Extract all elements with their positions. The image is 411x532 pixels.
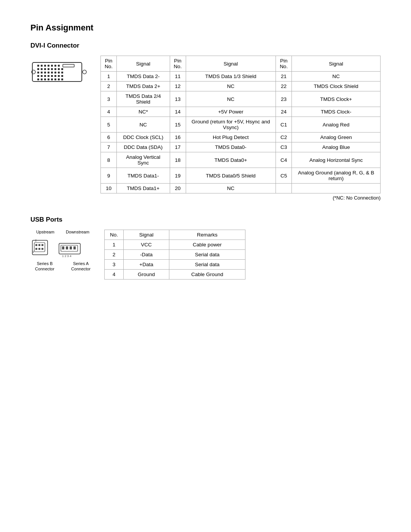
dvi-pin1: 1 [101, 72, 117, 81]
usb-remarks: Cable power [169, 240, 245, 250]
dvi-sig2: NC [186, 91, 276, 107]
usb-signal: Ground [124, 270, 169, 280]
usb-table-row: 4GroundCable Ground [105, 270, 245, 280]
svg-rect-57 [70, 246, 72, 249]
dvi-table-container: PinNo. Signal PinNo. Signal PinNo. Signa… [100, 56, 381, 201]
dvi-pin-table: PinNo. Signal PinNo. Signal PinNo. Signa… [100, 56, 381, 193]
dvi-sig3: NC [292, 72, 381, 81]
svg-rect-12 [41, 68, 43, 70]
dvi-table-row: 10TMDS Data1+20NC [101, 184, 381, 193]
svg-rect-24 [54, 72, 56, 73]
svg-rect-49 [41, 244, 43, 246]
dvi-pin1: 4 [101, 107, 117, 117]
dvi-table-row: 8Analog Vertical Sync18TMDS Data0+C4Anal… [101, 152, 381, 168]
usb-col-signal-header: Signal [124, 230, 169, 240]
dvi-pin3 [276, 184, 292, 193]
dvi-table-header: PinNo. Signal PinNo. Signal PinNo. Signa… [101, 56, 381, 72]
svg-rect-35 [37, 78, 39, 80]
dvi-pin3: 22 [276, 81, 292, 91]
dvi-sig2: +5V Power [186, 107, 276, 117]
svg-rect-15 [51, 68, 53, 70]
usb-no: 1 [105, 240, 124, 250]
svg-rect-16 [54, 68, 56, 70]
svg-rect-32 [54, 75, 56, 77]
dvi-sig1: NC* [117, 107, 170, 117]
svg-rect-40 [54, 78, 56, 80]
dvi-pin2: 16 [170, 133, 186, 142]
dvi-sig1: TMDS Data1- [117, 168, 170, 184]
dvi-heading: DVI-I Connector [30, 42, 381, 50]
dvi-pin2: 20 [170, 184, 186, 193]
svg-rect-56 [66, 246, 68, 249]
svg-rect-31 [51, 75, 53, 77]
dvi-pin1: 9 [101, 168, 117, 184]
svg-rect-11 [37, 68, 39, 70]
dvi-sig2: NC [186, 81, 276, 91]
svg-rect-41 [58, 78, 60, 80]
svg-rect-37 [44, 78, 46, 80]
dvi-pin3: C4 [276, 152, 292, 168]
dvi-sig3: Analog Green [292, 133, 381, 142]
svg-rect-27 [37, 75, 39, 77]
svg-rect-18 [61, 68, 63, 70]
usb-remarks: Cable Ground [169, 270, 245, 280]
svg-rect-48 [38, 244, 40, 246]
dvi-pin2: 18 [170, 152, 186, 168]
dvi-sig1: DDC Data (SDA) [117, 142, 170, 152]
svg-rect-23 [51, 72, 53, 73]
dvi-connector-diagram [30, 59, 91, 87]
svg-rect-34 [61, 75, 63, 77]
svg-rect-22 [48, 72, 49, 73]
svg-rect-29 [44, 75, 46, 77]
dvi-pin1: 2 [101, 81, 117, 91]
usb-no: 4 [105, 270, 124, 280]
dvi-pin2: 11 [170, 72, 186, 81]
svg-rect-14 [48, 68, 49, 70]
svg-point-2 [83, 70, 86, 74]
dvi-table-row: 9TMDS Data1-19TMDS Data0/5 ShieldC5Analo… [101, 168, 381, 184]
nc-note: (*NC: No Connection) [100, 195, 381, 201]
series-a-label: Series AConnector [71, 261, 91, 271]
svg-rect-30 [48, 75, 49, 77]
svg-rect-36 [41, 78, 43, 80]
dvi-table-row: 4NC*14+5V Power24TMDS Clock- [101, 107, 381, 117]
dvi-pin1: 5 [101, 117, 117, 133]
usb-heading: USB Ports [30, 216, 381, 224]
dvi-sig2: TMDS Data0/5 Shield [186, 168, 276, 184]
dvi-sig2: TMDS Data 1/3 Shield [186, 72, 276, 81]
usb-signal: -Data [124, 250, 169, 260]
svg-rect-50 [35, 248, 37, 250]
svg-rect-38 [48, 78, 49, 80]
usb-signal: +Data [124, 260, 169, 270]
series-b-svg: 2 3 [30, 236, 53, 259]
dvi-sig1: DDC Clock (SCL) [117, 133, 170, 142]
dvi-sig1: NC [117, 117, 170, 133]
usb-table-row: 2-DataSerial data [105, 250, 245, 260]
dvi-sig3: Analog Blue [292, 142, 381, 152]
col-pin3-header: PinNo. [276, 56, 292, 72]
dvi-pin2: 15 [170, 117, 186, 133]
dvi-pin3: C5 [276, 168, 292, 184]
dvi-sig3: TMDS Clock- [292, 107, 381, 117]
dvi-pin3: C3 [276, 142, 292, 152]
dvi-pin1: 6 [101, 133, 117, 142]
svg-rect-55 [62, 246, 64, 249]
dvi-pin2: 19 [170, 168, 186, 184]
dvi-pin2: 17 [170, 142, 186, 152]
svg-rect-6 [48, 65, 49, 67]
page-title: Pin Assignment [30, 23, 381, 33]
dvi-table-row: 3TMDS Data 2/4 Shield13NC23TMDS Clock+ [101, 91, 381, 107]
dvi-pin1: 10 [101, 184, 117, 193]
dvi-pin1: 7 [101, 142, 117, 152]
svg-rect-5 [44, 65, 46, 67]
dvi-sig3: Analog Red [292, 117, 381, 133]
svg-rect-51 [38, 248, 40, 250]
svg-rect-3 [37, 65, 39, 67]
usb-signal: VCC [124, 240, 169, 250]
dvi-sig1: TMDS Data 2/4 Shield [117, 91, 170, 107]
series-a-svg: 1 2 3 4 [57, 240, 84, 259]
dvi-sig1: TMDS Data1+ [117, 184, 170, 193]
usb-pin-table: No. Signal Remarks 1VCCCable power2-Data… [104, 230, 245, 280]
usb-col-remarks-header: Remarks [169, 230, 245, 240]
usb-remarks: Serial data [169, 250, 245, 260]
